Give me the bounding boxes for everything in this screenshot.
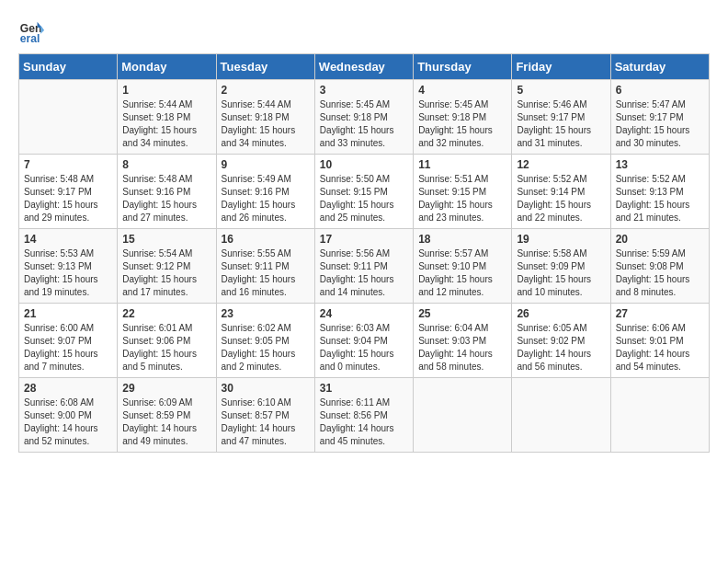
day-content: Sunrise: 5:58 AM Sunset: 9:09 PM Dayligh… bbox=[517, 247, 605, 299]
day-number: 31 bbox=[320, 382, 408, 395]
day-content: Sunrise: 6:11 AM Sunset: 8:56 PM Dayligh… bbox=[320, 396, 408, 448]
day-number: 7 bbox=[24, 158, 112, 171]
day-number: 23 bbox=[222, 307, 310, 320]
calendar-week-row: 14Sunrise: 5:53 AM Sunset: 9:13 PM Dayli… bbox=[19, 229, 710, 304]
day-content: Sunrise: 5:44 AM Sunset: 9:18 PM Dayligh… bbox=[122, 98, 210, 150]
calendar-week-row: 7Sunrise: 5:48 AM Sunset: 9:17 PM Daylig… bbox=[19, 155, 710, 229]
day-content: Sunrise: 6:05 AM Sunset: 9:02 PM Dayligh… bbox=[517, 322, 605, 373]
day-content: Sunrise: 6:01 AM Sunset: 9:06 PM Dayligh… bbox=[122, 322, 210, 373]
day-number: 19 bbox=[517, 233, 605, 246]
day-of-week-header: Wednesday bbox=[314, 54, 413, 80]
calendar-cell: 9Sunrise: 5:49 AM Sunset: 9:16 PM Daylig… bbox=[216, 155, 314, 229]
day-number: 27 bbox=[616, 307, 704, 320]
day-content: Sunrise: 6:06 AM Sunset: 9:01 PM Dayligh… bbox=[616, 322, 704, 373]
calendar-cell: 16Sunrise: 5:55 AM Sunset: 9:11 PM Dayli… bbox=[216, 229, 314, 304]
calendar-cell: 17Sunrise: 5:56 AM Sunset: 9:11 PM Dayli… bbox=[314, 229, 413, 304]
day-content: Sunrise: 5:52 AM Sunset: 9:13 PM Dayligh… bbox=[616, 173, 704, 224]
calendar-body: 1Sunrise: 5:44 AM Sunset: 9:18 PM Daylig… bbox=[19, 80, 710, 453]
calendar-cell: 10Sunrise: 5:50 AM Sunset: 9:15 PM Dayli… bbox=[314, 155, 413, 229]
day-number: 17 bbox=[320, 233, 408, 246]
day-number: 26 bbox=[517, 307, 605, 320]
day-number: 8 bbox=[122, 158, 210, 171]
calendar-cell: 30Sunrise: 6:10 AM Sunset: 8:57 PM Dayli… bbox=[216, 378, 314, 453]
day-number: 30 bbox=[222, 382, 310, 395]
day-content: Sunrise: 5:56 AM Sunset: 9:11 PM Dayligh… bbox=[320, 247, 408, 299]
day-of-week-header: Saturday bbox=[610, 54, 709, 80]
calendar-cell: 24Sunrise: 6:03 AM Sunset: 9:04 PM Dayli… bbox=[314, 304, 413, 378]
calendar-week-row: 21Sunrise: 6:00 AM Sunset: 9:07 PM Dayli… bbox=[19, 304, 710, 378]
svg-marker-3 bbox=[40, 25, 44, 33]
header-row: SundayMondayTuesdayWednesdayThursdayFrid… bbox=[19, 54, 710, 80]
day-number: 14 bbox=[24, 233, 112, 246]
calendar-cell: 2Sunrise: 5:44 AM Sunset: 9:18 PM Daylig… bbox=[216, 80, 314, 155]
calendar-cell: 27Sunrise: 6:06 AM Sunset: 9:01 PM Dayli… bbox=[610, 304, 709, 378]
calendar-cell: 23Sunrise: 6:02 AM Sunset: 9:05 PM Dayli… bbox=[216, 304, 314, 378]
logo-icon: Gen eral bbox=[18, 18, 44, 44]
day-number: 11 bbox=[418, 158, 506, 171]
calendar-cell: 3Sunrise: 5:45 AM Sunset: 9:18 PM Daylig… bbox=[314, 80, 413, 155]
day-number: 10 bbox=[320, 158, 408, 171]
day-number: 6 bbox=[616, 84, 704, 97]
day-content: Sunrise: 5:59 AM Sunset: 9:08 PM Dayligh… bbox=[616, 247, 704, 299]
calendar-cell: 26Sunrise: 6:05 AM Sunset: 9:02 PM Dayli… bbox=[512, 304, 610, 378]
calendar-cell: 22Sunrise: 6:01 AM Sunset: 9:06 PM Dayli… bbox=[118, 304, 216, 378]
calendar-cell bbox=[610, 378, 709, 453]
day-number: 21 bbox=[24, 307, 112, 320]
calendar-cell: 13Sunrise: 5:52 AM Sunset: 9:13 PM Dayli… bbox=[610, 155, 709, 229]
day-content: Sunrise: 5:49 AM Sunset: 9:16 PM Dayligh… bbox=[222, 173, 310, 224]
day-number: 2 bbox=[222, 84, 310, 97]
calendar-cell: 20Sunrise: 5:59 AM Sunset: 9:08 PM Dayli… bbox=[610, 229, 709, 304]
day-number: 22 bbox=[122, 307, 210, 320]
day-number: 24 bbox=[320, 307, 408, 320]
calendar-cell: 7Sunrise: 5:48 AM Sunset: 9:17 PM Daylig… bbox=[19, 155, 118, 229]
day-content: Sunrise: 6:04 AM Sunset: 9:03 PM Dayligh… bbox=[418, 322, 506, 373]
day-content: Sunrise: 5:55 AM Sunset: 9:11 PM Dayligh… bbox=[222, 247, 310, 299]
day-content: Sunrise: 5:46 AM Sunset: 9:17 PM Dayligh… bbox=[517, 98, 605, 150]
day-number: 5 bbox=[517, 84, 605, 97]
day-content: Sunrise: 5:57 AM Sunset: 9:10 PM Dayligh… bbox=[418, 247, 506, 299]
calendar-cell: 6Sunrise: 5:47 AM Sunset: 9:17 PM Daylig… bbox=[610, 80, 709, 155]
day-number: 4 bbox=[418, 84, 506, 97]
calendar-cell bbox=[414, 378, 512, 453]
day-content: Sunrise: 6:09 AM Sunset: 8:59 PM Dayligh… bbox=[122, 396, 210, 448]
day-of-week-header: Monday bbox=[118, 54, 216, 80]
day-number: 28 bbox=[24, 382, 112, 395]
day-number: 15 bbox=[122, 233, 210, 246]
logo: Gen eral bbox=[18, 18, 48, 44]
day-number: 1 bbox=[122, 84, 210, 97]
day-of-week-header: Friday bbox=[512, 54, 610, 80]
day-number: 29 bbox=[122, 382, 210, 395]
day-content: Sunrise: 6:02 AM Sunset: 9:05 PM Dayligh… bbox=[222, 322, 310, 373]
day-content: Sunrise: 5:54 AM Sunset: 9:12 PM Dayligh… bbox=[122, 247, 210, 299]
header: Gen eral bbox=[18, 18, 710, 44]
calendar-cell: 14Sunrise: 5:53 AM Sunset: 9:13 PM Dayli… bbox=[19, 229, 118, 304]
day-of-week-header: Sunday bbox=[19, 54, 118, 80]
day-content: Sunrise: 6:08 AM Sunset: 9:00 PM Dayligh… bbox=[24, 396, 112, 448]
calendar-cell: 11Sunrise: 5:51 AM Sunset: 9:15 PM Dayli… bbox=[414, 155, 512, 229]
day-content: Sunrise: 5:52 AM Sunset: 9:14 PM Dayligh… bbox=[517, 173, 605, 224]
day-number: 20 bbox=[616, 233, 704, 246]
calendar-cell: 28Sunrise: 6:08 AM Sunset: 9:00 PM Dayli… bbox=[19, 378, 118, 453]
day-content: Sunrise: 5:45 AM Sunset: 9:18 PM Dayligh… bbox=[418, 98, 506, 150]
day-content: Sunrise: 6:03 AM Sunset: 9:04 PM Dayligh… bbox=[320, 322, 408, 373]
day-content: Sunrise: 5:47 AM Sunset: 9:17 PM Dayligh… bbox=[616, 98, 704, 150]
calendar-cell bbox=[512, 378, 610, 453]
calendar-week-row: 1Sunrise: 5:44 AM Sunset: 9:18 PM Daylig… bbox=[19, 80, 710, 155]
calendar-header: SundayMondayTuesdayWednesdayThursdayFrid… bbox=[19, 54, 710, 80]
day-of-week-header: Thursday bbox=[414, 54, 512, 80]
calendar-cell: 15Sunrise: 5:54 AM Sunset: 9:12 PM Dayli… bbox=[118, 229, 216, 304]
day-content: Sunrise: 5:48 AM Sunset: 9:17 PM Dayligh… bbox=[24, 173, 112, 224]
calendar-cell: 4Sunrise: 5:45 AM Sunset: 9:18 PM Daylig… bbox=[414, 80, 512, 155]
day-content: Sunrise: 5:45 AM Sunset: 9:18 PM Dayligh… bbox=[320, 98, 408, 150]
day-number: 13 bbox=[616, 158, 704, 171]
calendar-cell: 8Sunrise: 5:48 AM Sunset: 9:16 PM Daylig… bbox=[118, 155, 216, 229]
calendar-week-row: 28Sunrise: 6:08 AM Sunset: 9:00 PM Dayli… bbox=[19, 378, 710, 453]
calendar-table: SundayMondayTuesdayWednesdayThursdayFrid… bbox=[18, 53, 710, 453]
day-content: Sunrise: 5:48 AM Sunset: 9:16 PM Dayligh… bbox=[122, 173, 210, 224]
calendar-cell: 12Sunrise: 5:52 AM Sunset: 9:14 PM Dayli… bbox=[512, 155, 610, 229]
day-number: 16 bbox=[222, 233, 310, 246]
calendar-cell: 29Sunrise: 6:09 AM Sunset: 8:59 PM Dayli… bbox=[118, 378, 216, 453]
day-content: Sunrise: 5:51 AM Sunset: 9:15 PM Dayligh… bbox=[418, 173, 506, 224]
day-number: 18 bbox=[418, 233, 506, 246]
calendar-cell: 25Sunrise: 6:04 AM Sunset: 9:03 PM Dayli… bbox=[414, 304, 512, 378]
